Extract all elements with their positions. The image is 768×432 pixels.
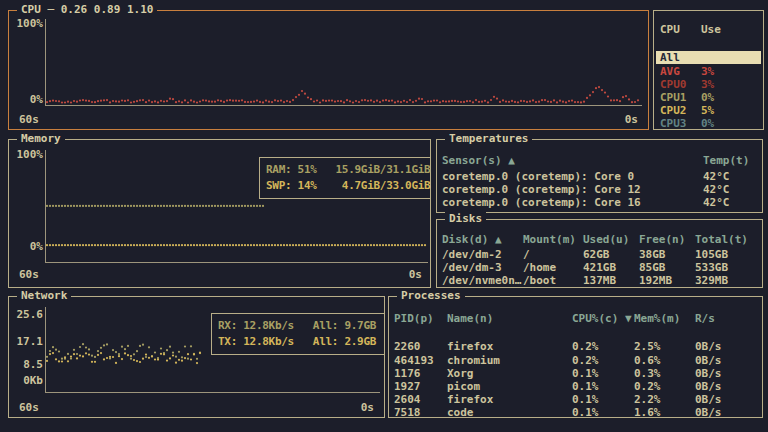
process-row-cell: 0.2% xyxy=(572,340,599,353)
memory-y-max-label: 100% xyxy=(11,148,43,161)
memory-y-min-label: 0% xyxy=(11,240,43,253)
process-row-cell: 0.1% xyxy=(572,406,599,419)
cpu-core-label: CPU2 xyxy=(660,104,687,117)
cpu-y-max-label: 100% xyxy=(11,17,43,30)
disk-row-cell: 38GB xyxy=(639,248,666,261)
disk-row-cell: 192MB xyxy=(639,274,672,287)
disk-row-cell: 329MB xyxy=(695,274,728,287)
process-row-cell: 2.5% xyxy=(634,340,661,353)
disk-row-cell: /dev/dm-3 xyxy=(442,261,502,274)
disks-header-3[interactable]: Used(u) xyxy=(583,233,629,246)
cpu-table-row-cpu1[interactable]: CPU10% xyxy=(654,91,763,104)
temperatures-panel: Temperatures Sensor(s) ▲ Temp(t) coretem… xyxy=(436,139,763,213)
processes-header-1[interactable]: PID(p) xyxy=(394,312,434,325)
processes-header-3[interactable]: CPU%(c) ▼ xyxy=(572,312,632,325)
cpu-table-header-use[interactable]: Use xyxy=(701,23,721,36)
process-row-cell: 0.1% xyxy=(572,393,599,406)
temperatures-header-row: Sensor(s) ▲ Temp(t) xyxy=(437,154,762,167)
cpu-core-usage: 3% xyxy=(701,78,714,91)
processes-header-4[interactable]: Mem%(m) xyxy=(634,312,680,325)
process-row-cell: 0.2% xyxy=(572,354,599,367)
cpu-core-usage: 0% xyxy=(701,91,714,104)
memory-legend: RAM: 51% 15.9GiB/31.1GiB SWP: 14% 4.7GiB… xyxy=(259,157,431,199)
process-row-cell: chromium xyxy=(447,354,500,367)
process-row-cell: Xorg xyxy=(447,367,474,380)
disks-header-2[interactable]: Mount(m) xyxy=(523,233,576,246)
cpu-core-label: AVG xyxy=(660,65,680,78)
cpu-table-row-cpu0[interactable]: CPU03% xyxy=(654,78,763,91)
process-row[interactable]: 464193chromium0.2%0.6%0B/s xyxy=(389,354,762,367)
temperatures-header-sensor[interactable]: Sensor(s) ▲ xyxy=(442,154,515,167)
network-panel-title: Network xyxy=(17,289,71,302)
process-row-cell: 7518 xyxy=(394,406,421,419)
cpu-table-header-row: CPU Use xyxy=(654,23,763,36)
cpu-x-right-label: 0s xyxy=(625,113,638,126)
disks-panel-title: Disks xyxy=(445,212,486,225)
disk-row-cell: 533GB xyxy=(695,261,728,274)
processes-header-row: PID(p)Name(n)CPU%(c) ▼Mem%(m)R/s xyxy=(389,312,762,325)
processes-panel-title: Processes xyxy=(397,289,465,302)
temperatures-header-temp[interactable]: Temp(t) xyxy=(703,154,749,167)
process-row-cell: code xyxy=(447,406,474,419)
disk-row-cell: /dev/nvme0n… xyxy=(442,274,521,287)
temperature-row[interactable]: coretemp.0 (coretemp): Core 1242°C xyxy=(437,183,762,196)
disk-row[interactable]: /dev/nvme0n…/boot137MB192MB329MB xyxy=(437,274,762,287)
cpu-core-usage: 3% xyxy=(701,65,714,78)
disk-row-cell: 105GB xyxy=(695,248,728,261)
disk-row[interactable]: /dev/dm-2/62GB38GB105GB xyxy=(437,248,762,261)
cpu-table-row-cpu3[interactable]: CPU30% xyxy=(654,117,763,130)
process-row[interactable]: 2260firefox0.2%2.5%0B/s xyxy=(389,340,762,353)
process-row[interactable]: 7518code0.1%1.6%0B/s xyxy=(389,406,762,419)
cpu-panel-title: CPU ─ 0.26 0.89 1.10 xyxy=(17,3,157,16)
network-y-label-1: 25.6 xyxy=(11,308,43,321)
process-row-cell: 464193 xyxy=(394,354,434,367)
network-x-right-label: 0s xyxy=(361,401,374,414)
process-row[interactable]: 1176Xorg0.1%0.3%0B/s xyxy=(389,367,762,380)
process-row-cell: 1.6% xyxy=(634,406,661,419)
temperature-row-cell: 42°C xyxy=(703,170,730,183)
processes-header-2[interactable]: Name(n) xyxy=(447,312,493,325)
cpu-table-header-cpu[interactable]: CPU xyxy=(660,23,680,36)
process-row-cell: 0B/s xyxy=(695,380,722,393)
temperature-row[interactable]: coretemp.0 (coretemp): Core 042°C xyxy=(437,170,762,183)
disk-row-cell: /home xyxy=(523,261,556,274)
processes-panel: Processes PID(p)Name(n)CPU%(c) ▼Mem%(m)R… xyxy=(388,296,763,418)
cpu-table-row-avg[interactable]: AVG3% xyxy=(654,65,763,78)
process-row[interactable]: 1927picom0.1%0.2%0B/s xyxy=(389,380,762,393)
memory-x-right-label: 0s xyxy=(409,268,422,281)
process-row-cell: picom xyxy=(447,380,480,393)
cpu-usage-graph xyxy=(9,11,650,131)
memory-panel-title: Memory xyxy=(17,132,65,145)
temperature-row-cell: coretemp.0 (coretemp): Core 0 xyxy=(442,170,634,183)
disk-row[interactable]: /dev/dm-3/home421GB85GB533GB xyxy=(437,261,762,274)
memory-x-left-label: 60s xyxy=(19,268,39,281)
memory-legend-swap: SWP: 14% 4.7GiB/33.0GiB xyxy=(266,178,424,194)
cpu-panel: CPU ─ 0.26 0.89 1.10 100% 0% 60s 0s xyxy=(8,10,649,130)
memory-panel: Memory 100% 0% 60s 0s RAM: 51% 15.9GiB/3… xyxy=(8,139,431,288)
process-row-cell: firefox xyxy=(447,340,493,353)
memory-legend-ram: RAM: 51% 15.9GiB/31.1GiB xyxy=(266,162,424,178)
disk-row-cell: /dev/dm-2 xyxy=(442,248,502,261)
temperatures-panel-title: Temperatures xyxy=(445,132,532,145)
network-legend: RX: 12.8Kb/s All: 9.7GB TX: 12.8Kb/s All… xyxy=(211,313,385,355)
cpu-x-left-label: 60s xyxy=(19,113,39,126)
network-legend-rx: RX: 12.8Kb/s All: 9.7GB xyxy=(218,318,378,334)
temperature-row[interactable]: coretemp.0 (coretemp): Core 1642°C xyxy=(437,196,762,209)
process-row-cell: 0.2% xyxy=(634,380,661,393)
processes-header-5[interactable]: R/s xyxy=(695,312,715,325)
network-legend-tx: TX: 12.8Kb/s All: 2.9GB xyxy=(218,334,378,350)
process-row-cell: 2260 xyxy=(394,340,421,353)
system-monitor-screen: CPU ─ 0.26 0.89 1.10 100% 0% 60s 0s CPU … xyxy=(0,0,768,432)
process-row[interactable]: 2604firefox0.1%2.2%0B/s xyxy=(389,393,762,406)
disk-row-cell: 62GB xyxy=(583,248,610,261)
process-row-cell: 0.1% xyxy=(572,367,599,380)
process-row-cell: firefox xyxy=(447,393,493,406)
process-row-cell: 2.2% xyxy=(634,393,661,406)
disks-header-4[interactable]: Free(n) xyxy=(639,233,685,246)
disks-header-5[interactable]: Total(t) xyxy=(695,233,748,246)
cpu-table-row-cpu2[interactable]: CPU25% xyxy=(654,104,763,117)
cpu-table-row-all[interactable]: All xyxy=(654,51,763,64)
cpu-core-usage: 0% xyxy=(701,117,714,130)
network-y-label-2: 17.1 xyxy=(11,335,43,348)
disks-header-1[interactable]: Disk(d) ▲ xyxy=(442,233,502,246)
